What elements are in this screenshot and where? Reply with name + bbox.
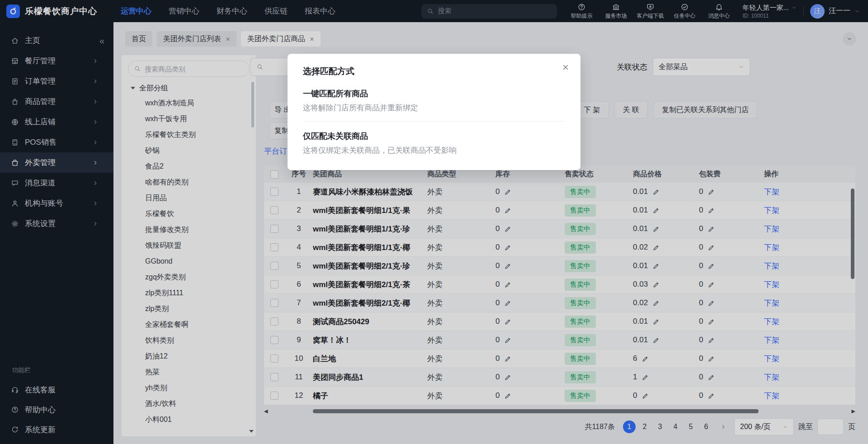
match-unlinked-option[interactable]: 仅匹配未关联商品 这将仅绑定未关联商品，已关联商品不受影响 [288, 122, 580, 164]
match-all-option[interactable]: 一键匹配所有商品 这将解除门店所有商品并重新绑定 [288, 79, 580, 121]
match-mode-modal: 选择匹配方式 × 一键匹配所有商品 这将解除门店所有商品并重新绑定 仅匹配未关联… [288, 54, 580, 170]
modal-title: 选择匹配方式 [288, 54, 580, 79]
close-modal-icon[interactable]: × [562, 62, 569, 73]
